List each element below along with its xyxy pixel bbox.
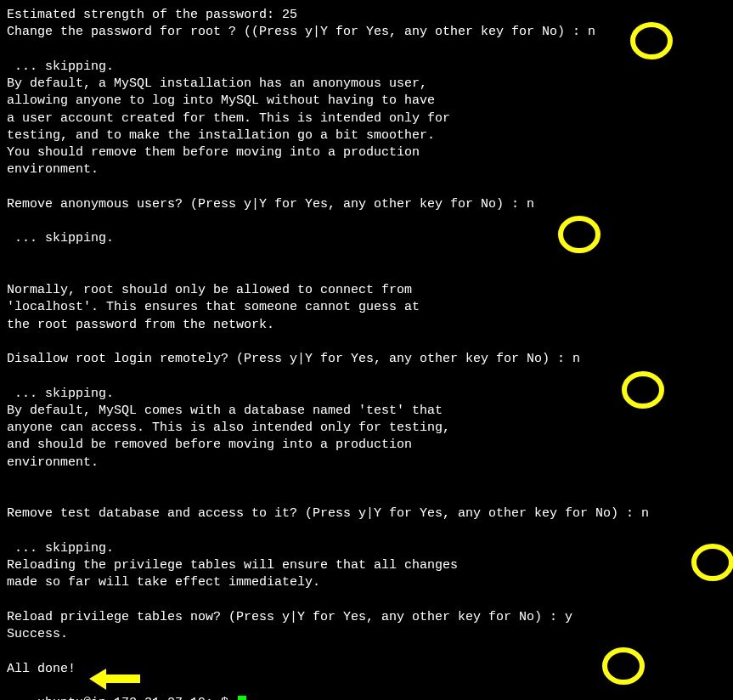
prompt-line[interactable]: ubuntu@ip-172-31-27-19:~$ xyxy=(7,678,726,700)
output-line xyxy=(7,643,726,660)
output-line: and should be removed before moving into… xyxy=(7,437,726,454)
shell-prompt: ubuntu@ip-172-31-27-19:~$ xyxy=(37,696,236,700)
output-line xyxy=(7,471,726,488)
output-line: testing, and to make the installation go… xyxy=(7,127,726,144)
output-line: By default, MySQL comes with a database … xyxy=(7,403,726,420)
output-line: Change the password for root ? ((Press y… xyxy=(7,24,726,41)
output-line: Estimated strength of the password: 25 xyxy=(7,7,726,24)
output-line: made so far will take effect immediately… xyxy=(7,574,726,591)
output-line xyxy=(7,248,726,265)
cursor-icon xyxy=(238,696,246,700)
output-line: Reloading the privilege tables will ensu… xyxy=(7,557,726,574)
output-line: anyone can access. This is also intended… xyxy=(7,420,726,437)
output-line: a user account created for them. This is… xyxy=(7,110,726,127)
output-line: All done! xyxy=(7,661,726,678)
output-line: environment. xyxy=(7,161,726,178)
output-line: ... skipping. xyxy=(7,230,726,247)
output-line: Disallow root login remotely? (Press y|Y… xyxy=(7,351,726,368)
output-line: ... skipping. xyxy=(7,386,726,403)
output-line xyxy=(7,488,726,505)
output-line: By default, a MySQL installation has an … xyxy=(7,76,726,93)
output-line: 'localhost'. This ensures that someone c… xyxy=(7,299,726,316)
output-line xyxy=(7,213,726,230)
output-line xyxy=(7,265,726,282)
output-line: environment. xyxy=(7,454,726,471)
output-line xyxy=(7,179,726,196)
output-line: the root password from the network. xyxy=(7,317,726,334)
output-line xyxy=(7,42,726,59)
output-line: You should remove them before moving int… xyxy=(7,144,726,161)
output-line: Remove anonymous users? (Press y|Y for Y… xyxy=(7,196,726,213)
output-line: Reload privilege tables now? (Press y|Y … xyxy=(7,609,726,626)
output-line xyxy=(7,334,726,351)
output-line: Remove test database and access to it? (… xyxy=(7,505,726,522)
output-line: allowing anyone to log into MySQL withou… xyxy=(7,93,726,110)
output-line: Success. xyxy=(7,626,726,643)
output-line: ... skipping. xyxy=(7,540,726,557)
output-line: Normally, root should only be allowed to… xyxy=(7,282,726,299)
output-line: ... skipping. xyxy=(7,59,726,76)
output-line xyxy=(7,368,726,385)
output-line xyxy=(7,592,726,609)
output-line xyxy=(7,523,726,540)
terminal-output[interactable]: Estimated strength of the password: 25 C… xyxy=(7,7,726,700)
